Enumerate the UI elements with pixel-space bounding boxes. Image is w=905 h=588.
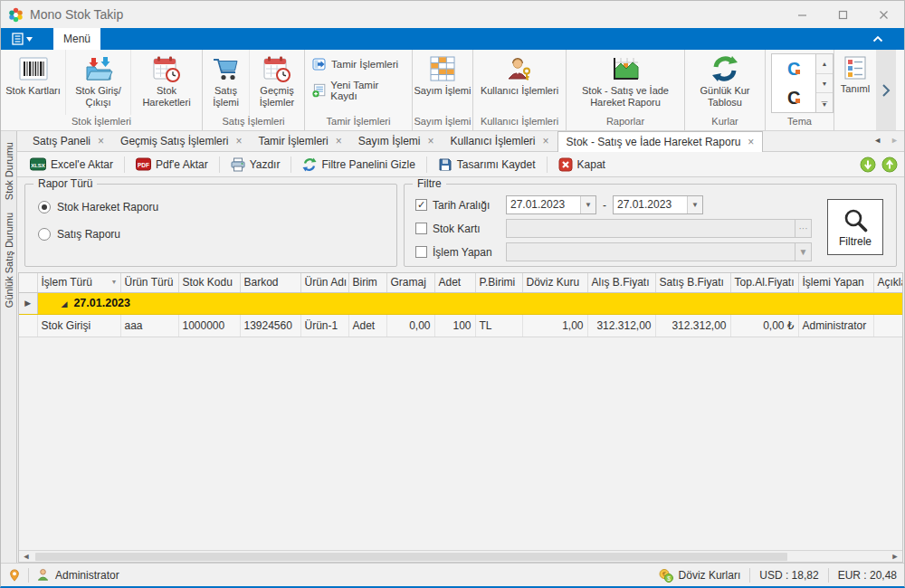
column-header-11[interactable]: Satış B.Fiyatı bbox=[655, 273, 730, 292]
current-user: Administrator bbox=[36, 568, 119, 582]
data-row[interactable]: Stok Girişiaaa100000013924560Ürün-1Adet0… bbox=[19, 314, 903, 337]
column-header-4[interactable]: Ürün Adı bbox=[300, 273, 348, 292]
tamir-islemleri-button[interactable]: Tamir İşlemleri bbox=[312, 57, 405, 71]
stok-giris-cikisi-button[interactable]: Stok Giriş/Çıkışı bbox=[66, 50, 131, 115]
stock-grid: İşlem Türü▼Ürün TürüStok KoduBarkodÜrün … bbox=[19, 273, 903, 337]
stok-kartlari-button[interactable]: Stok Kartları bbox=[1, 50, 66, 115]
count-table-icon bbox=[427, 55, 458, 82]
print-button[interactable]: Yazdır bbox=[224, 155, 288, 175]
stok-hareketleri-button[interactable]: Stok Hareketleri bbox=[131, 50, 202, 115]
theme-blue-icon[interactable]: C bbox=[784, 58, 804, 80]
column-header-label: Ürün Adı bbox=[305, 276, 348, 289]
ribbon-tab-menu[interactable]: Menü bbox=[53, 28, 100, 50]
filter-arrow-icon[interactable]: ▼ bbox=[111, 279, 118, 285]
app-menu-button[interactable] bbox=[1, 28, 43, 50]
gunluk-kur-tablosu-button[interactable]: Günlük Kur Tablosu bbox=[685, 50, 765, 115]
scrollbar-thumb[interactable] bbox=[35, 553, 787, 561]
islem-yapan-combo: ▼ bbox=[506, 242, 812, 261]
gallery-up-icon[interactable]: ▲ bbox=[816, 54, 833, 74]
theme-black-icon[interactable]: C bbox=[784, 87, 804, 109]
scroll-right-icon[interactable]: ► bbox=[888, 552, 902, 561]
satis-islemi-button[interactable]: Satış İşlemi bbox=[203, 50, 250, 115]
ribbon-collapse-button[interactable] bbox=[868, 32, 888, 46]
group-label-tamir-islemleri: Tamir İşlemleri bbox=[305, 115, 412, 130]
dropdown-arrow-icon[interactable]: ▼ bbox=[580, 196, 595, 213]
minimize-button[interactable] bbox=[782, 2, 823, 27]
column-header-8[interactable]: P.Birimi bbox=[475, 273, 522, 292]
pin-icon bbox=[8, 568, 21, 583]
column-header-13[interactable]: İşlemi Yapan bbox=[798, 273, 873, 292]
gecmis-islemler-button[interactable]: Geçmiş İşlemler bbox=[250, 50, 304, 115]
excel-export-button[interactable]: XLSX Excel'e Aktar bbox=[23, 155, 120, 174]
tanimlar-button[interactable]: Tanıml bbox=[834, 50, 876, 130]
pdf-export-button[interactable]: PDF Pdf'e Aktar bbox=[129, 155, 215, 174]
dropdown-arrow-icon[interactable]: ▼ bbox=[795, 243, 811, 261]
column-header-5[interactable]: Birim bbox=[348, 273, 386, 292]
stok-karti-field: ··· bbox=[506, 219, 812, 238]
tab-close-icon[interactable]: × bbox=[427, 135, 433, 147]
tab-scroll-right-icon[interactable]: ► bbox=[891, 136, 899, 145]
document-tab-1[interactable]: Geçmiş Satış İşlemleri× bbox=[112, 131, 250, 151]
grid-corner bbox=[19, 273, 37, 292]
group-row[interactable]: ▶◢27.01.2023 bbox=[19, 292, 903, 314]
document-tab-2[interactable]: Tamir İşlemleri× bbox=[250, 131, 349, 151]
sayim-islemi-button[interactable]: Sayım İşlemi bbox=[413, 50, 472, 115]
yeni-tamir-kaydi-button[interactable]: Yeni Tamir Kaydı bbox=[312, 80, 405, 101]
tab-close-icon[interactable]: × bbox=[543, 135, 549, 147]
column-header-14[interactable]: Açıklama bbox=[873, 273, 903, 292]
islem-yapan-checkbox[interactable]: İşlem Yapan bbox=[415, 246, 506, 259]
radio-stok-hareket-raporu[interactable]: Stok Hareket Raporu bbox=[38, 201, 396, 213]
toggle-filter-panel-button[interactable]: Filtre Panelini Gizle bbox=[295, 155, 422, 175]
horizontal-scrollbar[interactable]: ◄ ► bbox=[19, 550, 902, 562]
dropdown-arrow-icon[interactable]: ▼ bbox=[687, 196, 702, 213]
move-up-button[interactable] bbox=[881, 156, 899, 174]
column-header-7[interactable]: Adet bbox=[434, 273, 475, 292]
column-header-3[interactable]: Barkod bbox=[240, 273, 300, 292]
xlsx-icon: XLSX bbox=[30, 157, 46, 171]
document-tab-5[interactable]: Stok - Satış ve İade Hareket Raporu× bbox=[557, 131, 764, 152]
column-header-2[interactable]: Stok Kodu bbox=[178, 273, 240, 292]
column-header-0[interactable]: İşlem Türü▼ bbox=[37, 273, 120, 292]
tab-scroll-left-icon[interactable]: ◄ bbox=[873, 136, 881, 145]
stok-karti-checkbox[interactable]: Stok Kartı bbox=[415, 223, 506, 235]
column-header-6[interactable]: Gramaj bbox=[386, 273, 434, 292]
radio-satis-raporu[interactable]: Satış Raporu bbox=[38, 228, 396, 241]
group-expand-icon[interactable]: ◢ bbox=[62, 299, 68, 308]
ellipsis-button[interactable]: ··· bbox=[795, 220, 811, 237]
document-tab-0[interactable]: Satış Paneli× bbox=[24, 131, 112, 151]
close-report-button[interactable]: Kapat bbox=[551, 155, 613, 175]
tab-close-icon[interactable]: × bbox=[748, 136, 754, 148]
tab-scroll-arrows: ◄ ► bbox=[873, 136, 899, 145]
tab-label: Stok - Satış ve İade Hareket Raporu bbox=[567, 136, 741, 148]
kullanici-islemleri-button[interactable]: Kullanıcı İşlemleri bbox=[473, 50, 566, 115]
sidebar-tab-stok-durumu[interactable]: Stok Durumu bbox=[4, 142, 14, 200]
tab-close-icon[interactable]: × bbox=[98, 135, 104, 147]
filtrele-button[interactable]: Filtrele bbox=[827, 199, 883, 255]
ribbon-scroll-right[interactable] bbox=[876, 50, 896, 130]
move-down-button[interactable] bbox=[859, 156, 877, 174]
maximize-button[interactable] bbox=[823, 2, 863, 27]
gallery-down-icon[interactable]: ▼ bbox=[816, 74, 833, 94]
date-to-editor[interactable]: 27.01.2023 ▼ bbox=[613, 195, 703, 214]
tab-close-icon[interactable]: × bbox=[235, 135, 242, 147]
gallery-dropdown-icon[interactable]: —▼ bbox=[816, 93, 833, 112]
document-tab-4[interactable]: Kullanıcı İşlemleri× bbox=[443, 131, 557, 151]
date-from-editor[interactable]: 27.01.2023 ▼ bbox=[506, 195, 596, 214]
tab-close-icon[interactable]: × bbox=[336, 135, 342, 147]
document-tab-3[interactable]: Sayım İşlemi× bbox=[350, 131, 443, 151]
chevron-down-icon bbox=[26, 37, 33, 42]
group-label-stok-islemleri: Stok İşlemleri bbox=[1, 115, 202, 130]
save-layout-button[interactable]: Tasarımı Kaydet bbox=[431, 155, 543, 175]
column-header-10[interactable]: Alış B.Fiyatı bbox=[587, 273, 655, 292]
ribbon: Stok Kartları Stok Giriş/Çıkışı bbox=[1, 50, 904, 131]
tarih-araligi-checkbox[interactable]: ✓ Tarih Aralığı bbox=[415, 199, 506, 212]
column-header-12[interactable]: Top.Al.Fiyatı bbox=[730, 273, 798, 292]
column-header-1[interactable]: Ürün Türü bbox=[120, 273, 178, 292]
close-button[interactable] bbox=[863, 2, 904, 27]
column-header-9[interactable]: Döviz Kuru bbox=[522, 273, 587, 292]
svg-text:XLSX: XLSX bbox=[31, 163, 45, 168]
scroll-left-icon[interactable]: ◄ bbox=[19, 552, 33, 561]
sidebar-tab-gunluk-satis-durumu[interactable]: Günlük Satış Durumu bbox=[4, 213, 14, 308]
stok-satis-iade-rapor-button[interactable]: Stok - Satış ve İade Hareket Raporu bbox=[567, 50, 684, 115]
doviz-kurlari-link[interactable]: €$ Döviz Kurları bbox=[659, 568, 741, 583]
